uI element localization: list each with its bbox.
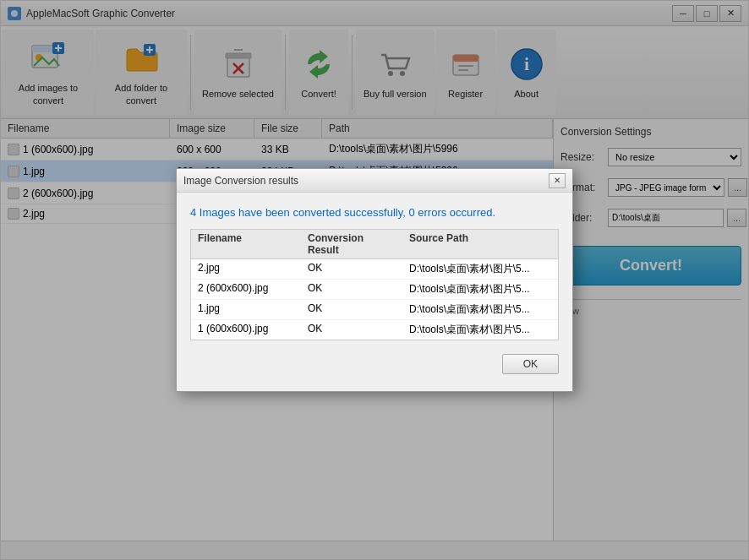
modal-result: OK xyxy=(301,259,402,279)
main-window: AppleMacSoft Graphic Converter ─ □ ✕ Add… xyxy=(0,0,749,560)
modal-result: OK xyxy=(301,320,402,340)
ok-button[interactable]: OK xyxy=(502,354,559,374)
modal-filename: 2 (600x600).jpg xyxy=(191,280,301,299)
modal-filename: 1 (600x600).jpg xyxy=(191,320,301,340)
modal-footer: OK xyxy=(190,351,559,378)
modal-dialog: Image Conversion results ✕ 4 Images have… xyxy=(176,168,573,392)
table-row: 2.jpg OK D:\tools\桌面\素材\图片\5... xyxy=(191,259,558,280)
modal-result: OK xyxy=(301,300,402,319)
modal-success-message: 4 Images have been converted successfull… xyxy=(190,206,559,219)
modal-path: D:\tools\桌面\素材\图片\5... xyxy=(402,320,558,340)
modal-body: 4 Images have been converted successfull… xyxy=(177,193,572,391)
modal-path: D:\tools\桌面\素材\图片\5... xyxy=(402,259,558,279)
modal-filename: 1.jpg xyxy=(191,300,301,319)
modal-col-header-result: Conversion Result xyxy=(301,230,402,258)
table-row: 1 (600x600).jpg OK D:\tools\桌面\素材\图片\5..… xyxy=(191,320,558,340)
modal-results-table: Filename Conversion Result Source Path 2… xyxy=(190,229,559,340)
modal-title: Image Conversion results xyxy=(183,175,549,187)
modal-filename: 2.jpg xyxy=(191,259,301,279)
modal-path: D:\tools\桌面\素材\图片\5... xyxy=(402,300,558,319)
modal-col-header-path: Source Path xyxy=(402,230,558,258)
table-row: 2 (600x600).jpg OK D:\tools\桌面\素材\图片\5..… xyxy=(191,280,558,300)
table-row: 1.jpg OK D:\tools\桌面\素材\图片\5... xyxy=(191,300,558,320)
modal-overlay: Image Conversion results ✕ 4 Images have… xyxy=(1,1,748,559)
modal-close-button[interactable]: ✕ xyxy=(549,173,566,188)
modal-result: OK xyxy=(301,280,402,299)
modal-table-header: Filename Conversion Result Source Path xyxy=(191,230,558,259)
modal-title-bar: Image Conversion results ✕ xyxy=(177,169,572,193)
modal-path: D:\tools\桌面\素材\图片\5... xyxy=(402,280,558,299)
modal-col-header-filename: Filename xyxy=(191,230,301,258)
